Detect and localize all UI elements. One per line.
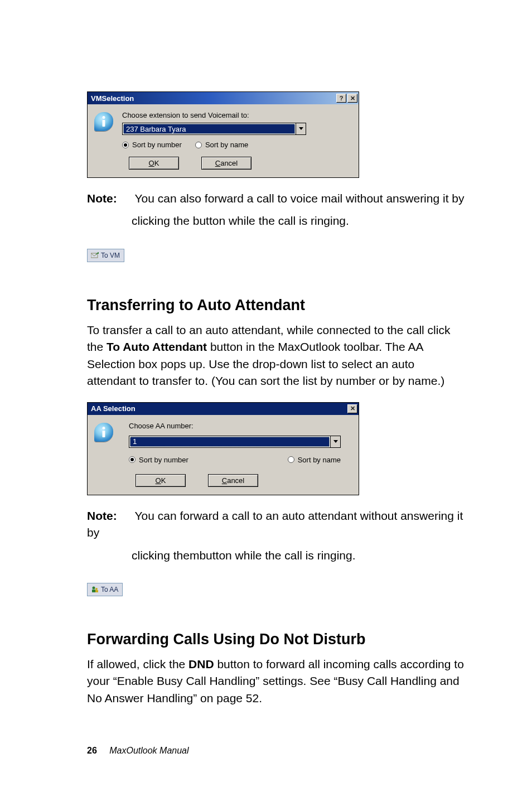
vmselection-dialog: VMSelection ? ✕ Choose extension to send… — [87, 91, 359, 178]
close-button[interactable]: ✕ — [347, 404, 357, 413]
titlebar-buttons: ✕ — [347, 404, 359, 413]
book-title: MaxOutlook Manual — [109, 746, 188, 755]
info-icon — [94, 422, 117, 487]
ok-button[interactable]: OK — [129, 157, 179, 170]
note-continuation: clicking thembutton while the call is ri… — [132, 547, 465, 564]
dialog-body: Choose AA number: 1 Sort by number Sort … — [88, 415, 359, 495]
combo-selected-value: 1 — [130, 437, 330, 447]
voicemail-icon — [91, 252, 99, 259]
svg-point-3 — [93, 586, 95, 589]
aa-selection-dialog-figure: AA Selection ✕ Choose AA number: 1 — [87, 402, 465, 495]
note: Note: You can forward a call to an auto … — [87, 508, 465, 542]
document-page: VMSelection ? ✕ Choose extension to send… — [0, 0, 532, 787]
radio-dot-icon — [195, 142, 202, 148]
note-label: Note: — [87, 508, 132, 524]
vm-extension-combo[interactable]: 237 Barbara Tyara — [122, 123, 306, 135]
close-button[interactable]: ✕ — [347, 94, 357, 103]
svg-rect-6 — [95, 590, 98, 592]
radio-dot-icon — [129, 456, 136, 463]
aa-number-combo[interactable]: 1 — [129, 436, 341, 448]
radio-dot-icon — [122, 142, 129, 148]
cancel-button[interactable]: Cancel — [201, 157, 252, 170]
svg-marker-0 — [299, 127, 303, 130]
note-label: Note: — [87, 190, 132, 207]
para-dnd: If allowed, click the DND button to forw… — [87, 656, 465, 707]
svg-rect-4 — [92, 590, 95, 592]
page-footer: 26 MaxOutlook Manual — [87, 746, 189, 756]
sort-by-number-radio[interactable]: Sort by number — [129, 456, 188, 464]
dialog-button-row: OK Cancel — [129, 157, 352, 170]
para-aa: To transfer a call to an auto attendant,… — [87, 322, 465, 390]
vmselection-dialog-figure: VMSelection ? ✕ Choose extension to send… — [87, 91, 465, 178]
to-vm-toolbar-button[interactable]: To VM — [87, 249, 124, 262]
note-text: You can also forward a call to voice mai… — [134, 192, 464, 205]
to-vm-label: To VM — [101, 252, 120, 259]
attendant-icon — [91, 586, 99, 593]
page-number: 26 — [87, 746, 97, 755]
dialog-button-row: OK Cancel — [136, 474, 352, 487]
dropdown-arrow-icon[interactable] — [296, 123, 306, 134]
dialog-body: Choose extension to send Voicemail to: 2… — [88, 104, 359, 177]
dialog-title: AA Selection — [91, 404, 347, 413]
sort-radio-group: Sort by number Sort by name — [122, 141, 352, 149]
combo-selected-value: 237 Barbara Tyara — [123, 124, 295, 134]
sort-by-name-radio[interactable]: Sort by name — [288, 456, 341, 464]
sort-radio-group: Sort by number Sort by name — [129, 456, 341, 464]
note-continuation: clicking the button while the call is ri… — [132, 213, 465, 229]
sort-by-number-radio[interactable]: Sort by number — [122, 141, 182, 149]
svg-point-5 — [95, 588, 98, 590]
sort-by-name-radio[interactable]: Sort by name — [195, 141, 248, 149]
heading-transferring-aa: Transferring to Auto Attendant — [87, 297, 465, 314]
help-button[interactable]: ? — [336, 94, 346, 103]
svg-marker-2 — [333, 440, 338, 443]
ok-button[interactable]: OK — [136, 474, 186, 487]
note-text: You can forward a call to an auto attend… — [87, 509, 463, 539]
titlebar-buttons: ? ✕ — [336, 94, 359, 103]
dropdown-arrow-icon[interactable] — [330, 436, 340, 447]
dialog-form: Choose AA number: 1 Sort by number Sort … — [129, 422, 352, 487]
dialog-form: Choose extension to send Voicemail to: 2… — [122, 111, 352, 170]
info-icon — [94, 111, 117, 170]
dialog-title: VMSelection — [91, 94, 336, 103]
dialog-titlebar: AA Selection ✕ — [88, 403, 359, 415]
note: Note: You can also forward a call to voi… — [87, 190, 465, 207]
dialog-titlebar: VMSelection ? ✕ — [88, 92, 359, 104]
vm-prompt-label: Choose extension to send Voicemail to: — [122, 111, 352, 119]
aa-prompt-label: Choose AA number: — [129, 422, 352, 430]
to-aa-toolbar-button[interactable]: To AA — [87, 583, 123, 596]
radio-dot-icon — [288, 456, 294, 463]
to-aa-label: To AA — [101, 586, 118, 593]
cancel-button[interactable]: Cancel — [208, 474, 258, 487]
aa-selection-dialog: AA Selection ✕ Choose AA number: 1 — [87, 402, 359, 495]
heading-dnd: Forwarding Calls Using Do Not Disturb — [87, 631, 465, 648]
